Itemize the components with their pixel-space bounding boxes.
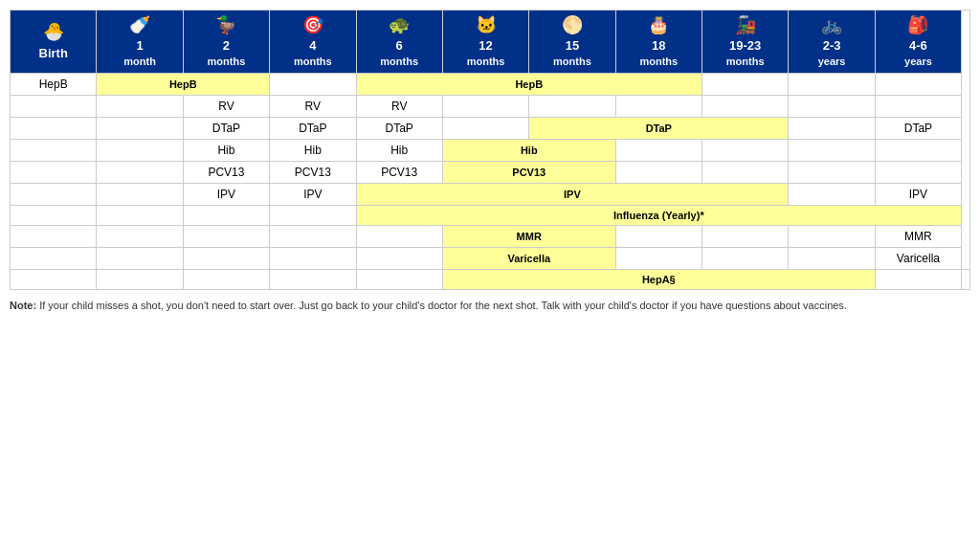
vaccine-empty-cell [97, 247, 183, 269]
vaccine-empty-cell [702, 161, 789, 183]
table-row: PCV13PCV13PCV13PCV13 [11, 161, 970, 183]
table-row: MMRMMR [11, 225, 970, 247]
vaccine-name-cell [11, 161, 97, 183]
vaccine-yellow-cell: HepB [356, 73, 702, 95]
vaccine-yellow-cell: PCV13 [442, 161, 615, 183]
vaccine-plain-cell: DTaP [183, 117, 269, 139]
vaccine-name-cell [11, 269, 97, 289]
vaccine-empty-cell [789, 247, 875, 269]
vaccine-plain-cell: DTaP [356, 117, 442, 139]
header-cell-birth: 🐣Birth [11, 11, 97, 74]
vaccine-plain-cell: DTaP [270, 117, 356, 139]
vaccine-name-cell [11, 183, 97, 205]
vaccine-empty-cell [875, 269, 961, 289]
vaccine-empty-cell [615, 225, 702, 247]
header-cell-12mo: 🐱12months [442, 11, 528, 74]
vaccine-empty-cell [789, 183, 875, 205]
vaccine-empty-cell [97, 117, 183, 139]
vaccine-plain-cell: Hib [356, 139, 442, 161]
vaccine-yellow-cell: Influenza (Yearly)* [356, 205, 962, 225]
vaccine-plain-cell: Hib [183, 139, 269, 161]
table-row: HepA§ [11, 269, 970, 289]
vaccine-plain-cell: RV [270, 95, 356, 117]
header-cell-18mo: 🎂18months [615, 11, 702, 74]
vaccine-empty-cell [442, 95, 528, 117]
vaccine-empty-cell [702, 225, 789, 247]
vaccine-empty-cell [702, 247, 789, 269]
vaccine-name-cell [11, 95, 97, 117]
header-cell-4mo: 🎯4months [270, 11, 356, 74]
table-row: DTaPDTaPDTaPDTaPDTaP [11, 117, 970, 139]
vaccine-plain-cell: Hib [270, 139, 356, 161]
vaccine-empty-cell [97, 95, 183, 117]
vaccine-yellow-cell: HepB [97, 73, 270, 95]
vaccine-empty-cell [615, 95, 702, 117]
vaccine-empty-cell [97, 183, 183, 205]
vaccine-yellow-cell: Hib [442, 139, 615, 161]
vaccine-yellow-cell: IPV [356, 183, 789, 205]
vaccine-empty-cell [875, 95, 961, 117]
vaccine-empty-cell [270, 269, 356, 289]
vaccine-empty-cell [270, 225, 356, 247]
vaccine-plain-cell: MMR [875, 225, 961, 247]
vaccine-empty-cell [615, 139, 702, 161]
vaccine-empty-cell [270, 73, 356, 95]
table-row: Influenza (Yearly)* [11, 205, 970, 225]
vaccine-plain-cell: RV [356, 95, 442, 117]
vaccine-empty-cell [97, 205, 183, 225]
vaccine-empty-cell [789, 95, 875, 117]
header-cell-1mo: 🍼1month [97, 11, 183, 74]
vaccine-empty-cell [875, 139, 961, 161]
vaccine-empty-cell [702, 73, 789, 95]
vaccine-plain-cell: DTaP [875, 117, 961, 139]
vaccine-plain-cell: PCV13 [183, 161, 269, 183]
vaccine-name-cell: HepB [11, 73, 97, 95]
vaccine-empty-cell [270, 247, 356, 269]
table-row: RVRVRV [11, 95, 970, 117]
vaccine-empty-cell [702, 95, 789, 117]
header-cell-23yr: 🚲2-3years [789, 11, 875, 74]
vaccine-empty-cell [702, 139, 789, 161]
vaccine-empty-cell [270, 205, 356, 225]
table-row: VaricellaVaricella [11, 247, 970, 269]
vaccine-plain-cell: PCV13 [270, 161, 356, 183]
note-section: Note: If your child misses a shot, you d… [10, 298, 970, 314]
vaccine-name-cell [11, 139, 97, 161]
header-cell-1923mo: 🚂19-23months [702, 11, 789, 74]
vaccine-name-cell [11, 225, 97, 247]
vaccine-empty-cell [97, 269, 183, 289]
vaccine-empty-cell [183, 247, 269, 269]
header-cell-6mo: 🐢6months [356, 11, 442, 74]
vaccine-empty-cell [356, 225, 442, 247]
vaccine-empty-cell [356, 247, 442, 269]
vaccine-empty-cell [789, 161, 875, 183]
vaccine-empty-cell [789, 73, 875, 95]
vaccine-schedule-table: 🐣Birth🍼1month🦆2months🎯4months🐢6months🐱12… [10, 10, 970, 290]
vaccine-plain-cell: RV [183, 95, 269, 117]
header-cell-15mo: 🌕15months [529, 11, 615, 74]
vaccine-plain-cell: Varicella [875, 247, 961, 269]
vaccine-empty-cell [356, 269, 442, 289]
vaccine-empty-cell [183, 225, 269, 247]
vaccine-plain-cell: IPV [875, 183, 961, 205]
vaccine-yellow-cell: DTaP [529, 117, 789, 139]
vaccine-name-cell [11, 247, 97, 269]
vaccine-yellow-cell: Varicella [442, 247, 615, 269]
vaccine-empty-cell [183, 205, 269, 225]
vaccine-empty-cell [615, 247, 702, 269]
vaccine-empty-cell [962, 269, 970, 289]
vaccine-empty-cell [615, 161, 702, 183]
vaccine-plain-cell: PCV13 [356, 161, 442, 183]
table-row: IPVIPVIPVIPV [11, 183, 970, 205]
vaccine-empty-cell [97, 225, 183, 247]
vaccine-empty-cell [442, 117, 528, 139]
vaccine-empty-cell [875, 73, 961, 95]
vaccine-yellow-cell: HepA§ [442, 269, 875, 289]
vaccine-name-cell [11, 205, 97, 225]
vaccine-empty-cell [97, 161, 183, 183]
vaccine-empty-cell [529, 95, 615, 117]
vaccine-plain-cell: IPV [183, 183, 269, 205]
header-cell-2mo: 🦆2months [183, 11, 269, 74]
vaccine-empty-cell [789, 225, 875, 247]
table-row: HibHibHibHib [11, 139, 970, 161]
